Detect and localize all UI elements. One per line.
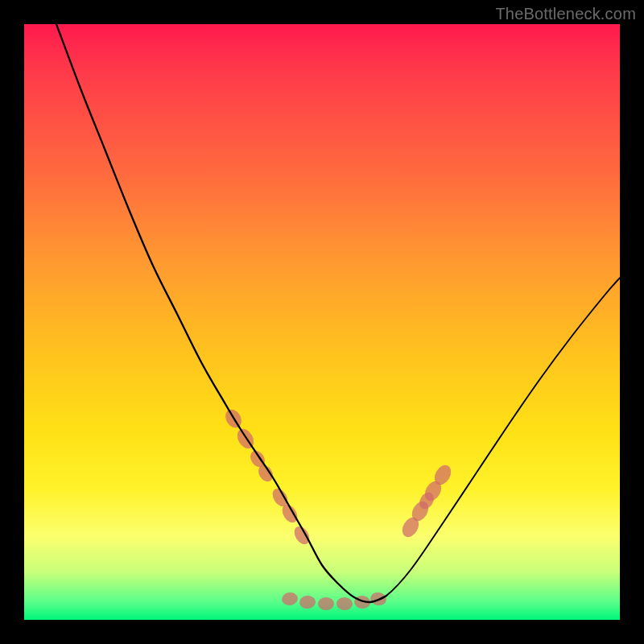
highlight-dot — [299, 595, 316, 609]
highlight-dot — [336, 597, 353, 611]
plot-area — [24, 24, 620, 620]
chart-frame: TheBottleneck.com — [0, 0, 644, 644]
bottleneck-curve-right — [370, 278, 620, 602]
highlight-dot — [318, 597, 334, 610]
highlight-markers — [222, 407, 454, 610]
curve-svg — [24, 24, 620, 620]
highlight-dot — [281, 592, 299, 607]
bottleneck-curve-left — [56, 24, 386, 602]
watermark-text: TheBottleneck.com — [495, 5, 636, 23]
